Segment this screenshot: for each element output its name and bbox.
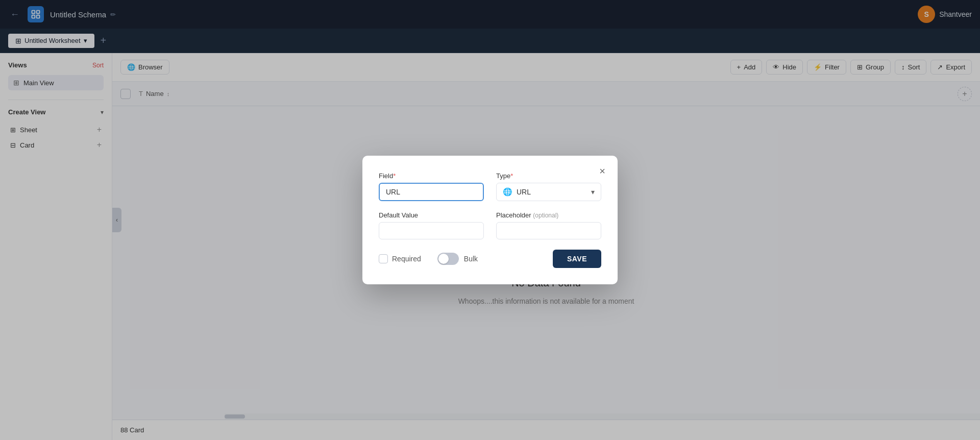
modal-close-button[interactable]: × bbox=[595, 164, 609, 178]
modal-placeholder-group: Placeholder (optional) bbox=[496, 211, 601, 239]
placeholder-input[interactable] bbox=[496, 222, 601, 239]
field-input[interactable] bbox=[379, 183, 484, 201]
save-button[interactable]: SAVE bbox=[553, 250, 601, 268]
field-required-marker: * bbox=[393, 172, 396, 180]
modal-row-2: Default Value Placeholder (optional) bbox=[379, 211, 601, 239]
type-select-chevron-icon: ▾ bbox=[591, 188, 595, 196]
modal-dialog: × Field* Type* 🌐 URL ▾ bbox=[362, 156, 618, 284]
required-label: Required bbox=[392, 255, 421, 263]
required-checkbox-group: Required bbox=[379, 254, 421, 263]
bulk-toggle-group: Bulk bbox=[437, 253, 478, 265]
placeholder-optional: (optional) bbox=[533, 212, 558, 219]
type-required-marker: * bbox=[510, 172, 513, 180]
bulk-toggle[interactable] bbox=[437, 253, 459, 265]
bulk-toggle-knob bbox=[438, 254, 449, 264]
required-checkbox[interactable] bbox=[379, 254, 388, 263]
modal-field-group: Field* bbox=[379, 172, 484, 201]
type-label: Type* bbox=[496, 172, 601, 180]
modal-row-1: Field* Type* 🌐 URL ▾ bbox=[379, 172, 601, 201]
default-value-input[interactable] bbox=[379, 222, 484, 239]
modal-options-row: Required Bulk SAVE bbox=[379, 250, 601, 268]
modal-overlay: × Field* Type* 🌐 URL ▾ bbox=[0, 0, 980, 440]
type-select-icon: 🌐 bbox=[503, 187, 512, 197]
placeholder-label: Placeholder (optional) bbox=[496, 211, 601, 219]
type-select-left: 🌐 URL bbox=[503, 187, 531, 197]
modal-default-value-group: Default Value bbox=[379, 211, 484, 239]
field-label: Field* bbox=[379, 172, 484, 180]
type-select-value: URL bbox=[517, 188, 531, 196]
bulk-label: Bulk bbox=[464, 255, 478, 263]
modal-type-group: Type* 🌐 URL ▾ bbox=[496, 172, 601, 201]
default-value-label: Default Value bbox=[379, 211, 484, 219]
type-select[interactable]: 🌐 URL ▾ bbox=[496, 183, 601, 201]
